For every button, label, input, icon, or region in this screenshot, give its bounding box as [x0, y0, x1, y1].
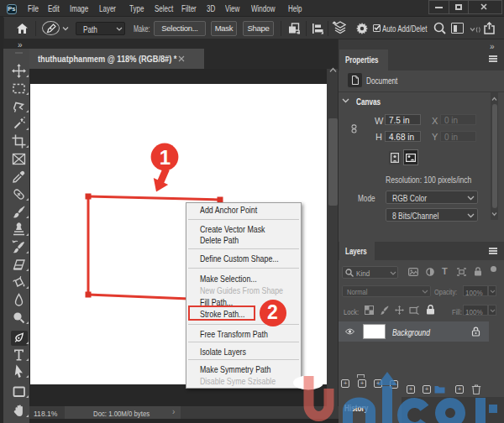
- svg-text:1: 1: [160, 146, 171, 169]
